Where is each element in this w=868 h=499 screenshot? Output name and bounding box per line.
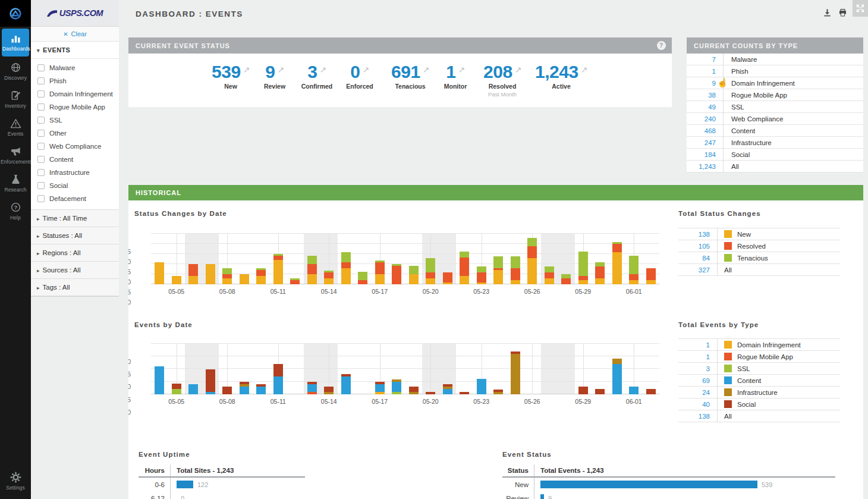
stacked-bar-06-01[interactable] <box>629 387 639 394</box>
legend-value-link[interactable]: 1 <box>678 351 718 363</box>
stacked-bar-05-10[interactable] <box>256 268 266 284</box>
value-bar[interactable] <box>540 494 544 499</box>
filter-section-regions-all[interactable]: ▸Regions : All <box>31 244 119 262</box>
nav-dashboards[interactable]: Dashboards <box>2 29 29 57</box>
clear-filters-link[interactable]: ✕ Clear <box>31 27 119 42</box>
stacked-bar-05-09[interactable] <box>240 274 249 284</box>
stacked-bar-05-15[interactable] <box>341 374 351 394</box>
legend-value-link[interactable]: 69 <box>678 375 718 387</box>
legend-value-link[interactable]: 138 <box>678 410 718 422</box>
stacked-bar-06-02[interactable] <box>646 389 656 394</box>
stacked-bar-05-23[interactable] <box>477 379 486 394</box>
stacked-bar-05-06[interactable] <box>188 264 198 284</box>
stacked-bar-05-28[interactable] <box>561 274 571 284</box>
stacked-bar-05-20[interactable] <box>426 392 435 394</box>
stacked-bar-05-14[interactable] <box>324 271 334 284</box>
legend-value-link[interactable]: 24 <box>678 387 718 398</box>
stacked-bar-05-04[interactable] <box>155 262 164 284</box>
stacked-bar-05-09[interactable] <box>240 382 249 394</box>
stacked-bar-05-27[interactable] <box>545 266 554 284</box>
stacked-bar-05-22[interactable] <box>460 252 469 284</box>
stacked-bar-05-26[interactable] <box>527 238 537 284</box>
stacked-bar-05-15[interactable] <box>341 252 351 284</box>
checkbox-icon[interactable] <box>37 195 45 202</box>
stacked-bar-05-05[interactable] <box>172 384 181 394</box>
counts-value-link[interactable]: 1 <box>687 65 724 77</box>
stacked-bar-05-12[interactable] <box>290 278 300 284</box>
stacked-bar-05-30[interactable] <box>595 262 605 284</box>
legend-value-link[interactable]: 84 <box>678 252 718 264</box>
filter-option-social[interactable]: Social <box>31 179 119 192</box>
legend-value-link[interactable]: 3 <box>678 363 718 375</box>
stacked-bar-05-30[interactable] <box>595 389 605 394</box>
stacked-bar-05-17[interactable] <box>375 261 385 284</box>
counts-value-link[interactable]: 247 <box>687 137 724 149</box>
stacked-bar-06-02[interactable] <box>646 268 656 284</box>
stacked-bar-05-19[interactable] <box>409 387 419 394</box>
stacked-bar-05-11[interactable] <box>273 254 283 284</box>
checkbox-icon[interactable] <box>37 169 45 176</box>
nav-research[interactable]: Research <box>0 170 31 197</box>
brand-logo[interactable] <box>0 0 31 27</box>
stacked-bar-05-11[interactable] <box>273 364 283 394</box>
stacked-bar-05-20[interactable] <box>426 258 435 284</box>
stacked-bar-05-29[interactable] <box>578 387 588 394</box>
nav-events[interactable]: Events <box>0 114 31 142</box>
checkbox-icon[interactable] <box>37 143 45 150</box>
filter-option-other[interactable]: Other <box>31 127 119 140</box>
counts-value-link[interactable]: 184 <box>687 149 724 161</box>
stacked-bar-05-21[interactable] <box>443 272 452 284</box>
counts-value-link[interactable]: 9 <box>687 77 724 89</box>
legend-value-link[interactable]: 1 <box>678 339 718 351</box>
legend-value-link[interactable]: 327 <box>678 264 718 276</box>
checkbox-icon[interactable] <box>37 156 45 163</box>
stacked-bar-05-07[interactable] <box>206 369 215 394</box>
help-icon[interactable]: ? <box>657 41 666 50</box>
filter-section-sources-all[interactable]: ▸Sources : All <box>31 261 119 279</box>
stacked-bar-05-14[interactable] <box>324 387 334 394</box>
stacked-bar-05-10[interactable] <box>256 384 266 394</box>
legend-value-link[interactable]: 105 <box>678 240 718 252</box>
stacked-bar-05-08[interactable] <box>222 268 232 284</box>
filter-section-time-all-time[interactable]: ▸Time : All Time <box>31 209 119 227</box>
nav-enforcements[interactable]: Enforcements <box>0 142 31 170</box>
nav-discovery[interactable]: Discovery <box>0 58 31 86</box>
stacked-bar-06-01[interactable] <box>629 256 639 284</box>
stacked-bar-05-16[interactable] <box>358 272 367 284</box>
expand-icon[interactable] <box>853 0 868 17</box>
stacked-bar-05-17[interactable] <box>375 382 385 394</box>
stacked-bar-05-13[interactable] <box>307 382 317 394</box>
filter-option-defacement[interactable]: Defacement <box>31 192 119 205</box>
counts-value-link[interactable]: 49 <box>687 101 724 113</box>
stacked-bar-05-21[interactable] <box>443 384 452 394</box>
filter-section-events[interactable]: ▾EVENTS <box>31 42 119 59</box>
counts-value-link[interactable]: 240 <box>687 113 724 125</box>
stacked-bar-05-19[interactable] <box>409 266 419 284</box>
stacked-bar-05-22[interactable] <box>460 392 469 394</box>
legend-value-link[interactable]: 40 <box>678 398 718 410</box>
checkbox-icon[interactable] <box>37 64 45 71</box>
checkbox-icon[interactable] <box>37 117 45 124</box>
stacked-bar-05-31[interactable] <box>612 359 622 394</box>
filter-option-content[interactable]: Content <box>31 153 119 166</box>
filter-section-statuses-all[interactable]: ▸Statuses : All <box>31 227 119 244</box>
stacked-bar-05-07[interactable] <box>206 264 215 284</box>
nav-settings[interactable]: Settings <box>0 467 31 495</box>
stacked-bar-05-24[interactable] <box>493 390 503 394</box>
stacked-bar-05-29[interactable] <box>578 252 588 284</box>
stacked-bar-05-13[interactable] <box>307 256 317 284</box>
stacked-bar-05-24[interactable] <box>493 256 503 284</box>
print-icon[interactable] <box>838 8 848 20</box>
stacked-bar-05-06[interactable] <box>188 384 198 394</box>
stacked-bar-05-04[interactable] <box>155 366 164 394</box>
stacked-bar-05-23[interactable] <box>477 266 486 284</box>
checkbox-icon[interactable] <box>37 90 45 98</box>
counts-value-link[interactable]: 7 <box>687 54 724 65</box>
filter-option-web-compliance[interactable]: Web Compliance <box>31 140 119 153</box>
stat-active[interactable]: 1,243↗Active <box>526 62 597 90</box>
stacked-bar-05-25[interactable] <box>511 352 520 394</box>
filter-option-infrastructure[interactable]: Infrastructure <box>31 166 119 179</box>
filter-section-tags-all[interactable]: ▸Tags : All <box>31 278 119 296</box>
download-icon[interactable] <box>822 8 832 20</box>
stacked-bar-05-25[interactable] <box>511 256 520 284</box>
